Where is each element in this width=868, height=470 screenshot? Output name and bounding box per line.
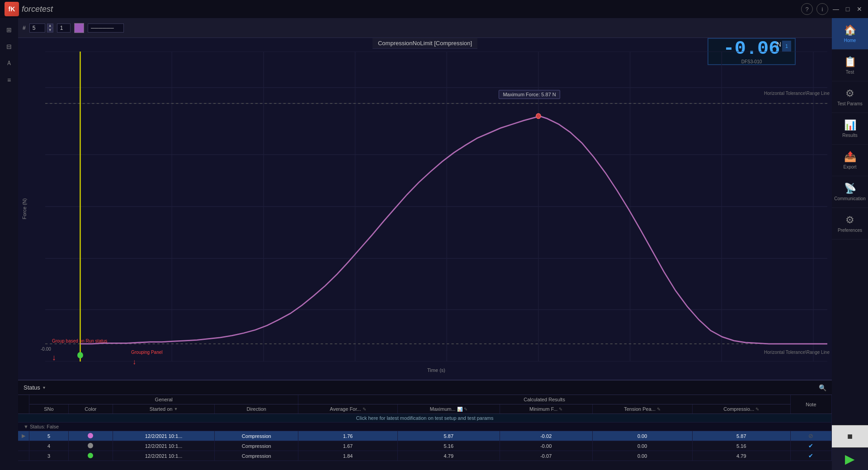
chart-section: N -0.06 DFS3-010 1 CompressionNoLimit [C… [18,38,832,380]
row-tension-4: 0.00 [592,441,692,451]
stop-button[interactable]: ■ [832,425,868,447]
hash-label: # [23,25,26,31]
maximum-chart-icon: 📊 [457,407,462,412]
grouping-panel-arrow: ↓ [132,358,136,366]
row-note-4: ✔ [790,441,831,451]
sidebar-panel-btn[interactable]: ⊟ [2,39,16,54]
nav-test-params[interactable]: ⚙ Test Params [832,81,868,113]
row-note-3: ✔ [790,451,831,461]
avg-force-edit-icon[interactable]: ✎ [363,407,366,412]
nav-home-label: Home [844,38,856,43]
spin-up-btn[interactable]: ▲ [47,24,53,28]
row-comp-5: 5.87 [692,431,790,441]
nav-test[interactable]: 📋 Test [832,50,868,81]
sidebar-text-btn[interactable]: Ａ [2,56,16,70]
compressio-edit-icon[interactable]: ✎ [755,407,759,412]
nav-export[interactable]: 📤 Export [832,145,868,176]
row-sno-5: 5 [29,431,69,441]
col-started-on[interactable]: Started on ▼ [113,404,214,414]
row-avg-4: 1.67 [298,441,397,451]
row-color-4 [68,441,113,451]
test-num-input[interactable]: 5 [29,24,45,33]
nav-preferences[interactable]: ⚙ Preferences [832,208,868,240]
test-params-icon: ⚙ [845,88,854,99]
tension-edit-icon[interactable]: ✎ [657,407,660,412]
col-general-header: General [29,395,298,404]
status-search-icon[interactable]: 🔍 [819,384,826,391]
click-notice-row[interactable]: Click here for latest modification on te… [18,414,832,423]
row-avg-5: 1.76 [298,431,397,441]
status-panel: Status ▾ 🔍 General Calculated Results No… [18,380,832,470]
minimum-edit-icon[interactable]: ✎ [559,407,562,412]
col-compressio[interactable]: Compressio... ✎ [692,404,790,414]
row-direction-4: Compression [215,441,298,451]
row-direction-5: Compression [215,431,298,441]
nav-test-label: Test [846,70,854,75]
nav-results[interactable]: 📊 Results [832,113,868,145]
test-icon: 📋 [844,56,856,68]
col-minimum-f[interactable]: Minimum F... ✎ [500,404,592,414]
nav-results-label: Results [842,133,857,138]
click-notice[interactable]: Click here for latest modification on te… [18,414,832,423]
col-calculated-header: Calculated Results [298,395,791,404]
nav-communication[interactable]: 📡 Communication [832,176,868,208]
row-color-3 [68,451,113,461]
info-button[interactable]: i [816,3,828,15]
col-expand [18,395,29,414]
minimize-button[interactable]: — [832,5,840,13]
row-max-5: 5.87 [397,431,500,441]
col-sno[interactable]: SNo [29,404,69,414]
status-dropdown-arrow[interactable]: ▾ [43,385,45,390]
row-started-4: 12/2/2021 10:1... [113,441,214,451]
color-picker[interactable] [74,23,84,33]
row-expand-4[interactable] [18,441,29,451]
maximize-button[interactable]: □ [844,5,852,13]
stop-icon: ■ [847,431,853,442]
col-direction[interactable]: Direction [215,404,298,414]
nav-home[interactable]: 🏠 Home [832,18,868,50]
play-button[interactable]: ▶ [832,447,868,470]
help-button[interactable]: ? [801,3,813,15]
col-maximum[interactable]: Maximum... 📊 ✎ [397,404,500,414]
table-row[interactable]: ▶ 5 12/2/2021 10:1... Compression 1.76 5… [18,431,832,441]
logo-icon: fK [5,2,19,16]
chart-svg: 6.00 5.42 5.00 4.00 3.00 2.00 1.00 -0.00… [45,52,827,362]
col-tension-pea[interactable]: Tension Pea... ✎ [592,404,692,414]
sidebar-list-btn[interactable]: ≡ [2,73,16,87]
nav-test-params-label: Test Params [837,101,863,106]
line-style-select[interactable]: ────── - - - - [88,24,124,33]
spin-down-btn[interactable]: ▼ [47,28,53,33]
row-expand-5[interactable]: ▶ [18,431,29,441]
status-title: Status ▾ [24,384,45,391]
status-table-container[interactable]: General Calculated Results Note SNo Colo… [18,395,832,470]
group-expander[interactable]: ▼ [24,424,28,429]
test-num-spinner[interactable]: 5 ▲ ▼ [29,24,53,33]
maximum-edit-icon[interactable]: ✎ [464,407,467,412]
logo-text: forcetest [22,5,53,14]
row-max-4: 5.16 [397,441,500,451]
col-color[interactable]: Color [68,404,113,414]
col-note-header: Note [790,395,831,414]
row-tension-3: 0.00 [592,451,692,461]
row-expand-3[interactable] [18,451,29,461]
nav-spacer [832,240,868,425]
sort-arrow: ▼ [174,407,178,411]
row-min-5: -0.02 [500,431,592,441]
row-direction-3: Compression [215,451,298,461]
table-row[interactable]: 4 12/2/2021 10:1... Compression 1.67 5.1… [18,441,832,451]
preferences-icon: ⚙ [845,214,854,226]
chart-area[interactable]: 6.00 5.42 5.00 4.00 3.00 2.00 1.00 -0.00… [45,52,827,362]
col-avg-force[interactable]: Average For... ✎ [298,404,397,414]
row-avg-3: 1.84 [298,451,397,461]
table-row[interactable]: 3 12/2/2021 10:1... Compression 1.84 4.7… [18,451,832,461]
status-table: General Calculated Results Note SNo Colo… [18,395,832,461]
sidebar-grid-btn[interactable]: ⊞ [2,23,16,37]
x-axis-label: Time (s) [427,367,445,373]
row-max-3: 4.79 [397,451,500,461]
device-unit: N [777,41,781,48]
nav-preferences-label: Preferences [838,228,862,233]
test-count-input[interactable] [57,24,71,33]
titlebar-left: fK forcetest [5,2,53,16]
svg-point-20 [77,352,83,358]
close-button[interactable]: ✕ [855,5,863,13]
